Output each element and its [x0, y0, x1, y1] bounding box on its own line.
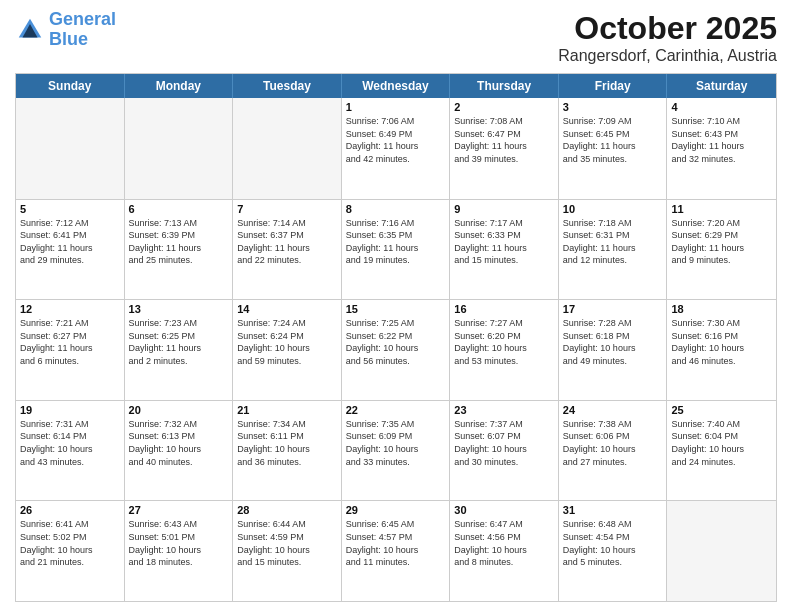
calendar-row-1: 5Sunrise: 7:12 AM Sunset: 6:41 PM Daylig… — [16, 199, 776, 300]
day-info: Sunrise: 7:08 AM Sunset: 6:47 PM Dayligh… — [454, 115, 554, 165]
calendar-cell: 15Sunrise: 7:25 AM Sunset: 6:22 PM Dayli… — [342, 300, 451, 400]
calendar-cell: 21Sunrise: 7:34 AM Sunset: 6:11 PM Dayli… — [233, 401, 342, 501]
calendar-cell — [233, 98, 342, 199]
calendar-cell: 9Sunrise: 7:17 AM Sunset: 6:33 PM Daylig… — [450, 200, 559, 300]
day-info: Sunrise: 7:13 AM Sunset: 6:39 PM Dayligh… — [129, 217, 229, 267]
day-info: Sunrise: 6:48 AM Sunset: 4:54 PM Dayligh… — [563, 518, 663, 568]
calendar-cell — [667, 501, 776, 601]
day-info: Sunrise: 7:24 AM Sunset: 6:24 PM Dayligh… — [237, 317, 337, 367]
calendar-cell: 12Sunrise: 7:21 AM Sunset: 6:27 PM Dayli… — [16, 300, 125, 400]
day-number: 23 — [454, 404, 554, 416]
calendar-cell: 6Sunrise: 7:13 AM Sunset: 6:39 PM Daylig… — [125, 200, 234, 300]
calendar-body: 1Sunrise: 7:06 AM Sunset: 6:49 PM Daylig… — [16, 98, 776, 601]
calendar-cell: 25Sunrise: 7:40 AM Sunset: 6:04 PM Dayli… — [667, 401, 776, 501]
day-info: Sunrise: 7:37 AM Sunset: 6:07 PM Dayligh… — [454, 418, 554, 468]
day-number: 7 — [237, 203, 337, 215]
weekday-header-sunday: Sunday — [16, 74, 125, 98]
day-info: Sunrise: 6:43 AM Sunset: 5:01 PM Dayligh… — [129, 518, 229, 568]
logo-line2: Blue — [49, 29, 88, 49]
logo-text: General Blue — [49, 10, 116, 50]
day-number: 9 — [454, 203, 554, 215]
day-number: 4 — [671, 101, 772, 113]
calendar-cell: 22Sunrise: 7:35 AM Sunset: 6:09 PM Dayli… — [342, 401, 451, 501]
day-number: 5 — [20, 203, 120, 215]
weekday-header-thursday: Thursday — [450, 74, 559, 98]
day-info: Sunrise: 7:09 AM Sunset: 6:45 PM Dayligh… — [563, 115, 663, 165]
calendar-cell: 18Sunrise: 7:30 AM Sunset: 6:16 PM Dayli… — [667, 300, 776, 400]
day-info: Sunrise: 7:32 AM Sunset: 6:13 PM Dayligh… — [129, 418, 229, 468]
calendar-cell: 14Sunrise: 7:24 AM Sunset: 6:24 PM Dayli… — [233, 300, 342, 400]
calendar-cell: 26Sunrise: 6:41 AM Sunset: 5:02 PM Dayli… — [16, 501, 125, 601]
logo: General Blue — [15, 10, 116, 50]
day-info: Sunrise: 7:31 AM Sunset: 6:14 PM Dayligh… — [20, 418, 120, 468]
day-number: 3 — [563, 101, 663, 113]
day-number: 12 — [20, 303, 120, 315]
day-info: Sunrise: 6:44 AM Sunset: 4:59 PM Dayligh… — [237, 518, 337, 568]
calendar-cell: 30Sunrise: 6:47 AM Sunset: 4:56 PM Dayli… — [450, 501, 559, 601]
weekday-header-friday: Friday — [559, 74, 668, 98]
day-info: Sunrise: 7:28 AM Sunset: 6:18 PM Dayligh… — [563, 317, 663, 367]
month-title: October 2025 — [558, 10, 777, 47]
day-info: Sunrise: 7:17 AM Sunset: 6:33 PM Dayligh… — [454, 217, 554, 267]
logo-line1: General — [49, 9, 116, 29]
day-info: Sunrise: 7:12 AM Sunset: 6:41 PM Dayligh… — [20, 217, 120, 267]
calendar-header: SundayMondayTuesdayWednesdayThursdayFrid… — [16, 74, 776, 98]
calendar-cell: 17Sunrise: 7:28 AM Sunset: 6:18 PM Dayli… — [559, 300, 668, 400]
day-number: 26 — [20, 504, 120, 516]
day-number: 25 — [671, 404, 772, 416]
calendar-cell: 29Sunrise: 6:45 AM Sunset: 4:57 PM Dayli… — [342, 501, 451, 601]
calendar-cell: 28Sunrise: 6:44 AM Sunset: 4:59 PM Dayli… — [233, 501, 342, 601]
calendar-cell: 5Sunrise: 7:12 AM Sunset: 6:41 PM Daylig… — [16, 200, 125, 300]
weekday-header-monday: Monday — [125, 74, 234, 98]
calendar-row-0: 1Sunrise: 7:06 AM Sunset: 6:49 PM Daylig… — [16, 98, 776, 199]
calendar-cell: 24Sunrise: 7:38 AM Sunset: 6:06 PM Dayli… — [559, 401, 668, 501]
calendar-cell — [125, 98, 234, 199]
calendar-cell: 4Sunrise: 7:10 AM Sunset: 6:43 PM Daylig… — [667, 98, 776, 199]
day-info: Sunrise: 7:10 AM Sunset: 6:43 PM Dayligh… — [671, 115, 772, 165]
calendar-row-4: 26Sunrise: 6:41 AM Sunset: 5:02 PM Dayli… — [16, 500, 776, 601]
day-info: Sunrise: 7:40 AM Sunset: 6:04 PM Dayligh… — [671, 418, 772, 468]
calendar-cell: 8Sunrise: 7:16 AM Sunset: 6:35 PM Daylig… — [342, 200, 451, 300]
location-title: Rangersdorf, Carinthia, Austria — [558, 47, 777, 65]
calendar-cell: 3Sunrise: 7:09 AM Sunset: 6:45 PM Daylig… — [559, 98, 668, 199]
day-info: Sunrise: 6:41 AM Sunset: 5:02 PM Dayligh… — [20, 518, 120, 568]
day-number: 30 — [454, 504, 554, 516]
weekday-header-saturday: Saturday — [667, 74, 776, 98]
day-info: Sunrise: 6:47 AM Sunset: 4:56 PM Dayligh… — [454, 518, 554, 568]
day-number: 17 — [563, 303, 663, 315]
calendar-cell: 20Sunrise: 7:32 AM Sunset: 6:13 PM Dayli… — [125, 401, 234, 501]
calendar-row-3: 19Sunrise: 7:31 AM Sunset: 6:14 PM Dayli… — [16, 400, 776, 501]
day-number: 18 — [671, 303, 772, 315]
day-number: 13 — [129, 303, 229, 315]
day-number: 28 — [237, 504, 337, 516]
day-number: 29 — [346, 504, 446, 516]
calendar-cell: 1Sunrise: 7:06 AM Sunset: 6:49 PM Daylig… — [342, 98, 451, 199]
header: General Blue October 2025 Rangersdorf, C… — [15, 10, 777, 65]
day-number: 2 — [454, 101, 554, 113]
day-info: Sunrise: 7:38 AM Sunset: 6:06 PM Dayligh… — [563, 418, 663, 468]
day-number: 31 — [563, 504, 663, 516]
day-number: 14 — [237, 303, 337, 315]
day-info: Sunrise: 7:35 AM Sunset: 6:09 PM Dayligh… — [346, 418, 446, 468]
day-number: 22 — [346, 404, 446, 416]
day-number: 16 — [454, 303, 554, 315]
day-info: Sunrise: 7:06 AM Sunset: 6:49 PM Dayligh… — [346, 115, 446, 165]
calendar: SundayMondayTuesdayWednesdayThursdayFrid… — [15, 73, 777, 602]
day-info: Sunrise: 7:25 AM Sunset: 6:22 PM Dayligh… — [346, 317, 446, 367]
day-info: Sunrise: 6:45 AM Sunset: 4:57 PM Dayligh… — [346, 518, 446, 568]
day-number: 11 — [671, 203, 772, 215]
page: General Blue October 2025 Rangersdorf, C… — [0, 0, 792, 612]
day-number: 21 — [237, 404, 337, 416]
weekday-header-tuesday: Tuesday — [233, 74, 342, 98]
day-info: Sunrise: 7:18 AM Sunset: 6:31 PM Dayligh… — [563, 217, 663, 267]
day-info: Sunrise: 7:23 AM Sunset: 6:25 PM Dayligh… — [129, 317, 229, 367]
calendar-cell: 2Sunrise: 7:08 AM Sunset: 6:47 PM Daylig… — [450, 98, 559, 199]
day-number: 24 — [563, 404, 663, 416]
day-info: Sunrise: 7:34 AM Sunset: 6:11 PM Dayligh… — [237, 418, 337, 468]
calendar-cell: 16Sunrise: 7:27 AM Sunset: 6:20 PM Dayli… — [450, 300, 559, 400]
day-number: 6 — [129, 203, 229, 215]
calendar-cell: 13Sunrise: 7:23 AM Sunset: 6:25 PM Dayli… — [125, 300, 234, 400]
calendar-cell: 23Sunrise: 7:37 AM Sunset: 6:07 PM Dayli… — [450, 401, 559, 501]
day-number: 10 — [563, 203, 663, 215]
title-block: October 2025 Rangersdorf, Carinthia, Aus… — [558, 10, 777, 65]
